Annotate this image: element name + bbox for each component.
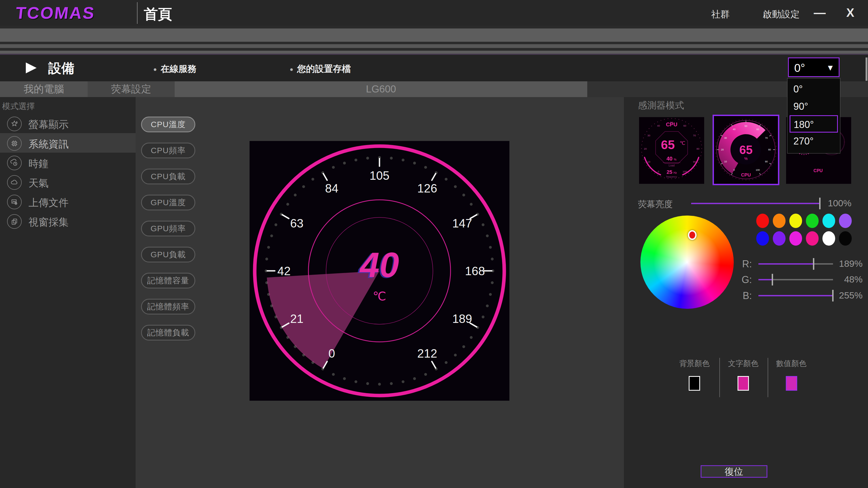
thumb1-load-label: Load <box>669 164 675 167</box>
blue-value: 255% <box>837 290 863 301</box>
color-swatch[interactable] <box>773 231 785 246</box>
svg-text:0: 0 <box>658 170 659 173</box>
color-swatch[interactable] <box>806 214 818 228</box>
sensor-button-cpu-temp[interactable]: CPU溫度 <box>141 117 195 132</box>
profile-archive-item[interactable]: ●您的設置存檔 <box>290 63 351 75</box>
red-handle[interactable] <box>813 258 814 270</box>
page-title: 首頁 <box>144 5 172 24</box>
thumb1-temp: 65 <box>661 138 675 152</box>
minimize-button[interactable]: — <box>814 6 826 20</box>
community-button[interactable]: 社群 <box>711 8 730 21</box>
thumb1-title: CPU <box>666 122 677 127</box>
mode-sidebar: 模式選擇 螢幕顯示 系統資訊 時鐘 天氣 <box>0 97 135 488</box>
online-service-label: 在線服務 <box>161 64 196 74</box>
sidebar-item-label: 視窗採集 <box>29 216 69 229</box>
value-color-picker[interactable] <box>786 376 797 391</box>
tab-screen-settings[interactable]: 荧幕設定 <box>88 82 175 97</box>
gauge-unit: ℃ <box>373 290 386 303</box>
rotation-select[interactable]: 0° ▼ <box>788 58 839 77</box>
svg-text:0: 0 <box>329 347 335 360</box>
sensor-button-gpu-load[interactable]: GPU負載 <box>141 247 195 262</box>
svg-text:126: 126 <box>417 182 437 195</box>
play-icon[interactable]: ▶ <box>26 59 37 75</box>
green-value: 48% <box>837 274 863 285</box>
color-swatch[interactable] <box>789 231 802 246</box>
picker-divider <box>719 358 720 397</box>
rotation-option-270[interactable]: 270° <box>787 133 840 150</box>
text-color-picker[interactable] <box>738 376 749 391</box>
value-color-label: 數值顏色 <box>767 358 816 369</box>
thumb2-unit: % <box>744 156 748 161</box>
green-track[interactable] <box>758 279 833 280</box>
color-swatch[interactable] <box>839 214 852 228</box>
green-handle[interactable] <box>772 274 773 286</box>
rotation-option-0[interactable]: 0° <box>787 80 840 98</box>
rotation-option-180[interactable]: 180° <box>789 115 838 133</box>
launch-settings-button[interactable]: 啟動設定 <box>763 8 800 21</box>
sidebar-item-system-info[interactable]: 系統資訊 <box>0 133 135 153</box>
thumb1-load: 40 <box>666 156 673 162</box>
sidebar-item-upload-file[interactable]: 上傳文件 <box>0 192 135 211</box>
thumb1-temp-unit: ℃ <box>680 140 685 146</box>
svg-text:80: 80 <box>768 148 771 151</box>
thumb2-value: 65 <box>739 143 753 156</box>
color-swatch[interactable] <box>823 214 835 228</box>
color-swatch[interactable] <box>806 231 818 246</box>
sensor-button-gpu-freq[interactable]: GPU頻率 <box>141 221 195 236</box>
close-button[interactable]: X <box>846 6 854 20</box>
rotation-option-90[interactable]: 90° <box>787 98 840 115</box>
device-label[interactable]: 設備 <box>48 60 74 77</box>
sensor-style-thumb-1[interactable]: 0102030405060708090100 CPU 65 ℃ 40 % Loa… <box>639 117 704 184</box>
sensor-button-mem-load[interactable]: 記憶體負載 <box>141 325 195 340</box>
sensor-mode-header: 感測器模式 <box>638 99 684 112</box>
color-swatch[interactable] <box>756 214 769 228</box>
blue-track[interactable] <box>758 295 833 296</box>
sensor-button-mem-capacity[interactable]: 記憶體容量 <box>141 273 195 289</box>
sensor-style-thumb-2[interactable]: 0102030405060708090100 65 % CPU <box>714 116 778 184</box>
sensor-button-gpu-temp[interactable]: GPU溫度 <box>141 195 195 210</box>
online-service-item[interactable]: ●在線服務 <box>153 63 196 75</box>
red-value: 189% <box>837 258 863 269</box>
bg-color-picker[interactable] <box>689 376 700 391</box>
blue-label: B: <box>736 290 752 301</box>
sidebar-header: 模式選擇 <box>2 101 35 112</box>
color-swatch[interactable] <box>756 231 769 246</box>
star-icon <box>7 117 22 131</box>
svg-text:21: 21 <box>290 312 304 325</box>
edge-scrollbar[interactable] <box>866 58 867 81</box>
tab-device-lg600[interactable]: LG600 <box>175 82 587 97</box>
red-track[interactable] <box>758 263 833 265</box>
color-wheel-selector[interactable] <box>688 230 696 240</box>
sidebar-item-screen-display[interactable]: 螢幕顯示 <box>0 113 135 133</box>
color-swatch[interactable] <box>789 214 802 228</box>
brightness-label: 荧幕亮度 <box>638 198 673 210</box>
tab-my-computer[interactable]: 我的電腦 <box>0 82 88 97</box>
svg-text:168: 168 <box>465 264 485 278</box>
sidebar-item-window-capture[interactable]: 視窗採集 <box>0 211 135 231</box>
svg-text:63: 63 <box>290 217 304 230</box>
sidebar-item-label: 時鐘 <box>29 157 49 170</box>
brightness-handle[interactable] <box>819 198 820 209</box>
blue-handle[interactable] <box>832 290 834 301</box>
rotation-dropdown-list: 0° 90° 180° 270° <box>787 78 840 154</box>
sensor-button-cpu-freq[interactable]: CPU頻率 <box>141 142 195 158</box>
svg-text:40: 40 <box>733 128 735 131</box>
svg-text:100: 100 <box>756 169 760 171</box>
reset-button[interactable]: 復位 <box>701 465 767 478</box>
chevron-down-icon: ▼ <box>826 63 834 72</box>
svg-text:50: 50 <box>745 125 747 127</box>
svg-text:10: 10 <box>648 160 650 163</box>
svg-text:20: 20 <box>721 148 724 151</box>
sensor-button-mem-freq[interactable]: 記憶體頻率 <box>141 299 195 315</box>
color-swatch[interactable] <box>773 214 785 228</box>
color-swatch[interactable] <box>839 231 852 246</box>
thumb1-freq-unit: Hz <box>674 171 677 174</box>
svg-text:40: 40 <box>657 124 660 127</box>
brightness-slider[interactable] <box>691 203 820 204</box>
toolbar: ▶ 設備 ●在線服務 ●您的設置存檔 <box>0 55 868 82</box>
sidebar-item-weather[interactable]: 天氣 <box>0 172 135 192</box>
sensor-button-cpu-load[interactable]: CPU負載 <box>141 169 195 184</box>
sidebar-item-clock[interactable]: 時鐘 <box>0 153 135 172</box>
color-swatch[interactable] <box>823 231 835 246</box>
color-wheel[interactable] <box>641 216 734 309</box>
